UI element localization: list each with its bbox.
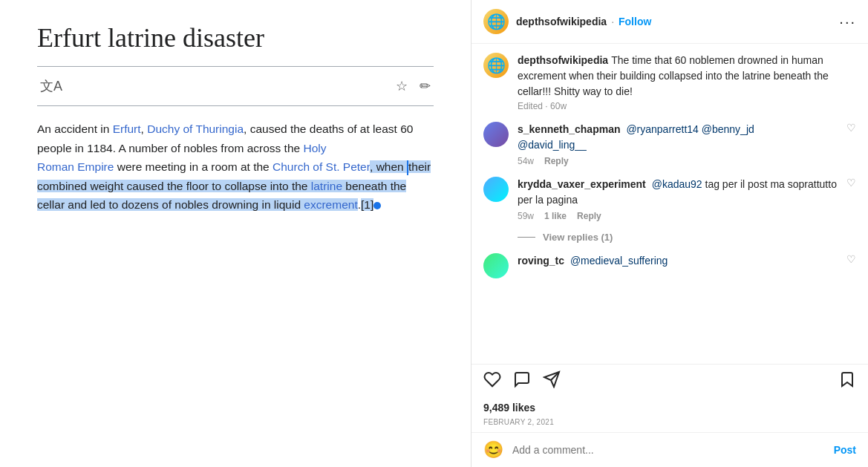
wiki-toolbar-left: 文A	[40, 77, 62, 95]
more-options-button[interactable]: ···	[839, 13, 856, 30]
bookmark-icon[interactable]	[838, 370, 856, 393]
translate-icon[interactable]: 文A	[40, 77, 62, 95]
post-button[interactable]: Post	[834, 444, 856, 456]
view-replies-row: View replies (1)	[518, 232, 856, 243]
star-icon[interactable]: ☆	[396, 78, 408, 94]
post-date: February 2, 2021	[471, 417, 868, 432]
header-username[interactable]: depthsofwikipedia	[516, 16, 607, 27]
comment-3-username[interactable]: roving_tc	[518, 255, 564, 267]
actions-bar	[471, 364, 868, 399]
edited-label: Edited · 60w	[518, 101, 856, 111]
comment-3-text: roving_tc @medieval_suffering	[518, 253, 838, 269]
link-excrement[interactable]: excrement	[304, 198, 357, 211]
wiki-divider	[37, 66, 434, 67]
comment-2-time: 59w	[518, 211, 534, 221]
wikipedia-panel: Erfurt latrine disaster 文A ☆ ✏ An accide…	[0, 0, 471, 467]
comment-1-mention-3[interactable]: @david_ling__	[518, 139, 587, 151]
comment-row-3: roving_tc @medieval_suffering ♡	[483, 253, 856, 278]
like-icon[interactable]	[483, 370, 501, 393]
link-erfurt[interactable]: Erfurt	[113, 123, 141, 135]
comment-2-meta: 59w 1 like Reply	[518, 211, 838, 221]
comment-3-heart[interactable]: ♡	[846, 253, 856, 265]
comment-row-2: krydda_vaxer_experiment @kadau92 tag per…	[483, 177, 856, 221]
text-before-erfurt: An accident in	[37, 123, 113, 135]
header-info: depthsofwikipedia · Follow	[516, 16, 832, 27]
instagram-panel: 🌐 depthsofwikipedia · Follow ··· 🌐 depth…	[471, 0, 868, 467]
comment-1-avatar	[483, 122, 509, 147]
edit-icon[interactable]: ✏	[420, 78, 431, 94]
comments-section: 🌐 depthsofwikipediaThe time that 60 nobl…	[471, 44, 868, 364]
follow-button[interactable]: Follow	[619, 16, 651, 27]
view-replies-button[interactable]: View replies (1)	[543, 232, 613, 243]
comment-2-heart[interactable]: ♡	[846, 177, 856, 189]
view-replies-line	[518, 237, 535, 238]
header-dot: ·	[611, 16, 614, 27]
wiki-content: An accident in Erfurt, Duchy of Thuringi…	[37, 120, 434, 215]
comma-1: ,	[141, 123, 148, 135]
link-church[interactable]: Church of St. Peter	[273, 160, 370, 173]
comment-2-text: krydda_vaxer_experiment @kadau92 tag per…	[518, 177, 838, 208]
comment-1-reply-button[interactable]: Reply	[544, 156, 569, 166]
emoji-picker-icon[interactable]: 😊	[483, 440, 503, 460]
comment-2-reply-button[interactable]: Reply	[577, 211, 601, 221]
comment-row-1: s_kenneth_chapman @ryanparrett14 @benny_…	[483, 122, 856, 166]
comment-3-mention[interactable]: @medieval_suffering	[570, 255, 668, 267]
text-after-holy: were meeting in a room at the	[114, 160, 273, 173]
comment-1-body: s_kenneth_chapman @ryanparrett14 @benny_…	[518, 122, 838, 166]
footnote: .[1]	[358, 198, 374, 211]
comment-1-text: s_kenneth_chapman @ryanparrett14 @benny_…	[518, 122, 838, 153]
comment-2-mention[interactable]: @kadau92	[652, 178, 702, 190]
comment-icon[interactable]	[513, 370, 531, 393]
comment-2-avatar	[483, 177, 509, 202]
comment-1-mention-1[interactable]: @ryanparrett14	[626, 123, 698, 135]
comment-1-username[interactable]: s_kenneth_chapman	[518, 123, 621, 135]
link-duchy[interactable]: Duchy of Thuringia	[147, 123, 244, 135]
comment-1-mention-2[interactable]: @benny_jd	[702, 123, 754, 135]
comment-3-avatar	[483, 253, 509, 278]
comment-1-time: 54w	[518, 156, 534, 166]
caption-text: depthsofwikipediaThe time that 60 noblem…	[518, 53, 856, 99]
selection-handle-bottom	[373, 202, 381, 209]
header-avatar: 🌐	[483, 9, 509, 34]
selection-cursor-top	[407, 160, 408, 175]
comment-1-meta: 54w Reply	[518, 156, 838, 166]
comment-1-heart[interactable]: ♡	[846, 122, 856, 134]
comment-2-likes: 1 like	[544, 211, 567, 221]
insta-header: 🌐 depthsofwikipedia · Follow ···	[471, 0, 868, 44]
add-comment-bar: 😊 Post	[471, 432, 868, 467]
link-latrine[interactable]: latrine	[311, 180, 342, 192]
caption-username[interactable]: depthsofwikipedia	[518, 54, 608, 66]
likes-count: 9,489 likes	[471, 399, 868, 417]
wiki-toolbar: 文A ☆ ✏	[37, 77, 434, 95]
wiki-toolbar-right: ☆ ✏	[396, 78, 431, 94]
comment-2-body: krydda_vaxer_experiment @kadau92 tag per…	[518, 177, 838, 221]
caption-avatar: 🌐	[483, 53, 509, 78]
comment-2-username[interactable]: krydda_vaxer_experiment	[518, 178, 646, 190]
caption-row: 🌐 depthsofwikipediaThe time that 60 nobl…	[483, 53, 856, 111]
comment-3-body: roving_tc @medieval_suffering	[518, 253, 838, 269]
comment-input[interactable]	[512, 444, 825, 456]
wiki-title: Erfurt latrine disaster	[37, 22, 434, 54]
caption-body: depthsofwikipediaThe time that 60 noblem…	[518, 53, 856, 111]
share-icon[interactable]	[543, 370, 561, 393]
wiki-divider2	[37, 105, 434, 106]
